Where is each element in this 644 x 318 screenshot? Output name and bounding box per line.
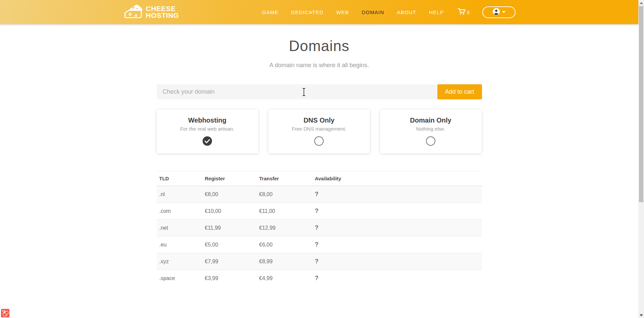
page-title: Domains <box>157 38 482 54</box>
tld-cell: .nl <box>157 186 202 203</box>
plan-card-domain-only[interactable]: Domain Only Nothing else. <box>380 109 482 153</box>
table-row: .space €3,99 €4,99 ? <box>157 270 482 287</box>
vertical-scrollbar <box>638 0 644 318</box>
table-row: .net €11,99 €12,99 ? <box>157 220 482 236</box>
nav-item-domain[interactable]: DOMAIN <box>355 6 390 18</box>
plan-title: Domain Only <box>380 117 482 124</box>
availability-cell: ? <box>312 203 482 220</box>
brand-name: CHEESE HOSTING <box>146 5 179 19</box>
register-cell: €11,99 <box>202 220 257 236</box>
plan-subtitle: For the real web artisan. <box>157 126 258 132</box>
scrollbar-down-arrow[interactable] <box>638 312 644 318</box>
availability-cell: ? <box>312 253 482 270</box>
availability-cell: ? <box>312 270 482 287</box>
scrollbar-thumb[interactable] <box>639 6 643 202</box>
plan-radio-unchecked[interactable] <box>314 136 324 146</box>
transfer-cell: €4,99 <box>257 270 312 287</box>
nav-item-help[interactable]: HELP <box>423 6 450 18</box>
availability-cell: ? <box>312 220 482 236</box>
nav-item-about[interactable]: ABOUT <box>390 6 423 18</box>
nav-item-web[interactable]: WEB <box>330 6 355 18</box>
add-to-cart-button[interactable]: Add to cart <box>437 84 482 99</box>
browser-viewport: CHEESE HOSTING GAME DEDICATED WEB DOMAIN… <box>0 0 644 318</box>
page-subtitle: A domain name is where it all begins. <box>157 62 482 69</box>
register-cell: €8,00 <box>202 186 257 203</box>
availability-cell: ? <box>312 236 482 253</box>
register-cell: €7,99 <box>202 253 257 270</box>
plan-title: Webhosting <box>157 117 258 124</box>
nav-item-game[interactable]: GAME <box>256 6 285 18</box>
transfer-cell: €11,00 <box>257 203 312 220</box>
cart-icon <box>458 7 466 17</box>
brand-line1: CHEESE <box>146 5 179 12</box>
transfer-cell: €6,00 <box>257 236 312 253</box>
register-cell: €5,00 <box>202 236 257 253</box>
domain-search-input[interactable] <box>157 84 437 99</box>
register-cell: €3,99 <box>202 270 257 287</box>
transfer-cell: €8,99 <box>257 253 312 270</box>
column-header-transfer: Transfer <box>257 171 312 186</box>
cart-count-badge: 3 <box>467 9 469 15</box>
header: CHEESE HOSTING GAME DEDICATED WEB DOMAIN… <box>0 0 638 24</box>
transfer-cell: €12,99 <box>257 220 312 236</box>
status-favicon-badge <box>0 308 10 318</box>
check-icon <box>205 139 210 143</box>
tld-cell: .net <box>157 220 202 236</box>
tld-pricing-table: TLD Register Transfer Availability .nl €… <box>157 171 482 286</box>
account-menu-button[interactable] <box>482 6 516 18</box>
scrollbar-up-arrow[interactable] <box>638 0 644 6</box>
domain-search-row: Add to cart <box>157 84 482 99</box>
plan-card-dns-only[interactable]: DNS Only Free DNS management. <box>268 109 370 153</box>
availability-cell: ? <box>312 186 482 203</box>
triangle-down-icon <box>640 314 643 316</box>
transfer-cell: €8,00 <box>257 186 312 203</box>
triangle-up-icon <box>640 2 643 4</box>
column-header-availability: Availability <box>312 171 482 186</box>
brand-line2: HOSTING <box>146 12 179 19</box>
plan-selector: Webhosting For the real web artisan. DNS… <box>157 109 482 153</box>
tld-cell: .space <box>157 270 202 287</box>
cart-button[interactable]: 3 <box>450 4 474 20</box>
table-row: .com €10,00 €11,00 ? <box>157 203 482 220</box>
table-row: .xyz €7,99 €8,99 ? <box>157 253 482 270</box>
table-row: .eu €5,00 €6,00 ? <box>157 236 482 253</box>
register-cell: €10,00 <box>202 203 257 220</box>
main-content: Domains A domain name is where it all be… <box>157 38 482 286</box>
user-circle-icon <box>492 8 500 17</box>
plan-card-webhosting[interactable]: Webhosting For the real web artisan. <box>157 109 258 153</box>
plan-radio-unchecked[interactable] <box>426 136 435 146</box>
tld-cell: .com <box>157 203 202 220</box>
tld-cell: .xyz <box>157 253 202 270</box>
table-header-row: TLD Register Transfer Availability <box>157 171 482 186</box>
nav-item-dedicated[interactable]: DEDICATED <box>285 6 330 18</box>
tld-pricing-table-wrap: TLD Register Transfer Availability .nl €… <box>157 171 482 286</box>
chevron-down-icon <box>502 11 505 13</box>
cheese-logo-icon <box>123 3 143 21</box>
column-header-tld: TLD <box>157 171 202 186</box>
plan-subtitle: Nothing else. <box>380 126 482 132</box>
main-nav: GAME DEDICATED WEB DOMAIN ABOUT HELP <box>256 4 515 20</box>
header-inner: CHEESE HOSTING GAME DEDICATED WEB DOMAIN… <box>123 0 516 24</box>
plan-subtitle: Free DNS management. <box>268 126 370 132</box>
plan-radio-checked[interactable] <box>203 136 212 146</box>
table-row: .nl €8,00 €8,00 ? <box>157 186 482 203</box>
brand-logo[interactable]: CHEESE HOSTING <box>123 3 179 21</box>
laravel-favicon-icon <box>1 309 9 317</box>
tld-cell: .eu <box>157 236 202 253</box>
column-header-register: Register <box>202 171 257 186</box>
plan-title: DNS Only <box>268 117 370 124</box>
page: CHEESE HOSTING GAME DEDICATED WEB DOMAIN… <box>0 0 638 318</box>
